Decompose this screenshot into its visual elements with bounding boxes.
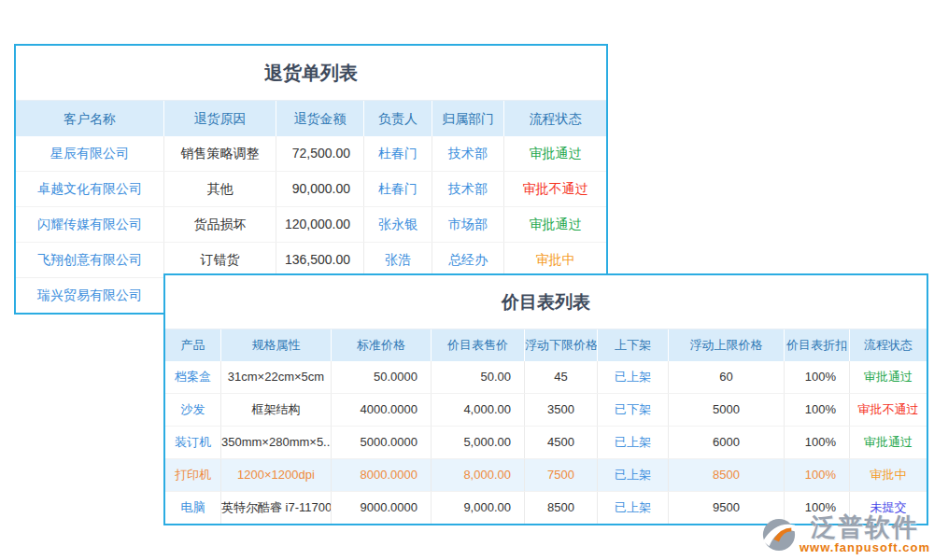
- cell-spec: 英特尔酷睿 i7-11700K: [221, 492, 332, 524]
- cell-reason: 销售策略调整: [164, 136, 276, 171]
- dept-link[interactable]: 技术部: [432, 136, 504, 171]
- customer-link[interactable]: 瑞兴贸易有限公司: [16, 278, 164, 313]
- page: 退货单列表 客户名称退货原因退货金额负责人归属部门流程状态 星辰有限公司销售策略…: [0, 0, 934, 560]
- price-row[interactable]: 档案盒31cm×22cm×5cm50.000050.0045已上架60100%审…: [165, 361, 927, 394]
- col-header-owner: 负责人: [364, 101, 432, 136]
- product-link[interactable]: 档案盒: [165, 361, 221, 393]
- dept-link[interactable]: 总经办: [432, 243, 504, 277]
- dept-link[interactable]: 技术部: [432, 172, 504, 206]
- customer-link[interactable]: 星辰有限公司: [16, 136, 164, 171]
- return-row[interactable]: 星辰有限公司销售策略调整72,500.00杜春门技术部审批通过: [16, 136, 606, 172]
- cell-amount: 136,500.00: [276, 243, 364, 277]
- cell-floor-price: 4500: [525, 427, 598, 458]
- customer-link[interactable]: 飞翔创意有限公司: [16, 243, 164, 277]
- fanpu-watermark: 泛普软件 www.fanpusoft.com: [761, 514, 930, 554]
- customer-link[interactable]: 闪耀传媒有限公司: [16, 207, 164, 242]
- price-row[interactable]: 沙发框架结构4000.00004,000.003500已下架5000100%审批…: [165, 394, 927, 427]
- cell-amount: 120,000.00: [276, 207, 364, 242]
- status-text[interactable]: 审批不通过: [850, 394, 927, 426]
- status-text[interactable]: 审批中: [850, 459, 927, 491]
- return-row[interactable]: 卓越文化有限公司其他90,000.00杜春门技术部审批不通过: [16, 172, 606, 207]
- cell-floor-price: 3500: [525, 394, 598, 426]
- cell-spec: 350mm×280mm×5...: [221, 427, 332, 458]
- cell-standard-price: 4000.0000: [332, 394, 432, 426]
- shelf-state-link[interactable]: 已下架: [598, 394, 669, 426]
- col-header-spec: 规格属性: [221, 329, 332, 361]
- cell-standard-price: 50.0000: [332, 361, 432, 393]
- cell-discount: 100%: [785, 427, 850, 458]
- cell-list-price: 4,000.00: [432, 394, 525, 426]
- cell-discount: 100%: [785, 394, 850, 426]
- shelf-state-link[interactable]: 已上架: [598, 361, 669, 393]
- status-text[interactable]: 审批通过: [850, 427, 927, 458]
- dept-link[interactable]: 市场部: [432, 207, 504, 242]
- cell-ceiling-price: 6000: [669, 427, 785, 458]
- status-text[interactable]: 审批不通过: [504, 172, 606, 206]
- col-header-status: 流程状态: [504, 101, 606, 136]
- customer-link[interactable]: 卓越文化有限公司: [16, 172, 164, 206]
- price-table-body: 档案盒31cm×22cm×5cm50.000050.0045已上架60100%审…: [165, 361, 927, 524]
- cell-amount: 90,000.00: [276, 172, 364, 206]
- cell-standard-price: 9000.0000: [332, 492, 432, 524]
- cell-reason: 订错货: [164, 243, 276, 277]
- price-row[interactable]: 打印机1200×1200dpi8000.00008,000.007500已上架8…: [165, 459, 927, 492]
- price-row[interactable]: 装订机350mm×280mm×5...5000.00005,000.004500…: [165, 427, 927, 459]
- watermark-text: 泛普软件 www.fanpusoft.com: [800, 514, 930, 554]
- cell-reason: 货品损坏: [164, 207, 276, 242]
- shelf-state-link[interactable]: 已上架: [598, 427, 669, 458]
- brand-name: 泛普软件: [811, 514, 919, 540]
- col-header-product: 产品: [165, 329, 221, 361]
- cell-standard-price: 8000.0000: [332, 459, 432, 491]
- status-text[interactable]: 审批中: [504, 243, 606, 277]
- owner-link[interactable]: 杜春门: [364, 172, 432, 206]
- price-panel-title: 价目表列表: [165, 275, 927, 329]
- col-header-discount: 价目表折扣: [785, 329, 850, 361]
- fanpu-logo-icon: [761, 517, 797, 553]
- cell-list-price: 9,000.00: [432, 492, 525, 524]
- cell-list-price: 5,000.00: [432, 427, 525, 458]
- col-header-amount: 退货金额: [276, 101, 364, 136]
- price-list-panel: 价目表列表 产品规格属性标准价格价目表售价浮动下限价格上下架浮动上限价格价目表折…: [163, 273, 928, 525]
- cell-spec: 1200×1200dpi: [221, 459, 332, 491]
- product-link[interactable]: 装订机: [165, 427, 221, 458]
- status-text[interactable]: 审批通过: [504, 207, 606, 242]
- col-header-ceil: 浮动上限价格: [669, 329, 785, 361]
- col-header-std_price: 标准价格: [332, 329, 432, 361]
- price-table-header-row: 产品规格属性标准价格价目表售价浮动下限价格上下架浮动上限价格价目表折扣流程状态: [165, 329, 927, 361]
- cell-floor-price: 8500: [525, 492, 598, 524]
- cell-discount: 100%: [785, 361, 850, 393]
- col-header-customer: 客户名称: [16, 101, 164, 136]
- product-link[interactable]: 打印机: [165, 459, 221, 491]
- status-text[interactable]: 审批通过: [504, 136, 606, 171]
- cell-ceiling-price: 5000: [669, 394, 785, 426]
- shelf-state-link[interactable]: 已上架: [598, 459, 669, 491]
- col-header-reason: 退货原因: [164, 101, 276, 136]
- shelf-state-link[interactable]: 已上架: [598, 492, 669, 524]
- cell-amount: 72,500.00: [276, 136, 364, 171]
- cell-standard-price: 5000.0000: [332, 427, 432, 458]
- cell-list-price: 8,000.00: [432, 459, 525, 491]
- cell-list-price: 50.00: [432, 361, 525, 393]
- col-header-list_price: 价目表售价: [432, 329, 525, 361]
- owner-link[interactable]: 杜春门: [364, 136, 432, 171]
- owner-link[interactable]: 张永银: [364, 207, 432, 242]
- status-text[interactable]: 审批通过: [850, 361, 927, 393]
- cell-spec: 31cm×22cm×5cm: [221, 361, 332, 393]
- cell-discount: 100%: [785, 459, 850, 491]
- col-header-floor: 浮动下限价格: [525, 329, 598, 361]
- col-header-shelf: 上下架: [598, 329, 669, 361]
- owner-link[interactable]: 张浩: [364, 243, 432, 277]
- product-link[interactable]: 沙发: [165, 394, 221, 426]
- cell-floor-price: 7500: [525, 459, 598, 491]
- return-row[interactable]: 闪耀传媒有限公司货品损坏120,000.00张永银市场部审批通过: [16, 207, 606, 243]
- return-table-header-row: 客户名称退货原因退货金额负责人归属部门流程状态: [16, 101, 606, 136]
- col-header-dept: 归属部门: [432, 101, 504, 136]
- product-link[interactable]: 电脑: [165, 492, 221, 524]
- cell-spec: 框架结构: [221, 394, 332, 426]
- cell-ceiling-price: 8500: [669, 459, 785, 491]
- col-header-status: 流程状态: [850, 329, 927, 361]
- brand-url: www.fanpusoft.com: [800, 540, 930, 554]
- cell-ceiling-price: 60: [669, 361, 785, 393]
- cell-reason: 其他: [164, 172, 276, 206]
- return-panel-title: 退货单列表: [16, 46, 606, 101]
